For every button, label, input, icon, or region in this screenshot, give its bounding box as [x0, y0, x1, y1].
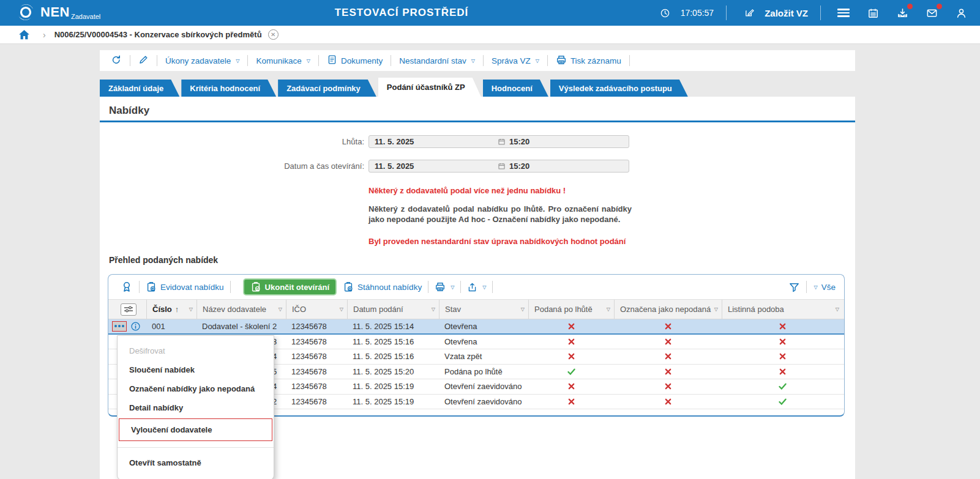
cell-oznacena-nepodana: [614, 323, 722, 330]
divider: [130, 55, 130, 66]
download-offers-button[interactable]: Stáhnout nabídky: [343, 281, 422, 292]
cell-ico: 12345678: [286, 352, 347, 361]
notification-badge: [937, 4, 942, 9]
date-value: 11. 5. 2025: [369, 137, 414, 146]
close-icon[interactable]: ✕: [268, 29, 279, 40]
datetime-input[interactable]: 11. 5. 202515:20: [368, 160, 629, 173]
row-menu-icon[interactable]: [112, 321, 127, 332]
tab-zad-vac-podm-nky[interactable]: Zadávací podmínky: [278, 80, 376, 97]
action-label: Správa VZ: [492, 56, 531, 65]
cell-listinna-podoba: [722, 353, 843, 360]
export-button[interactable]: ▽: [467, 282, 486, 292]
clock: 17:05:57: [655, 6, 714, 20]
home-icon[interactable]: [17, 28, 31, 42]
breadcrumb-item[interactable]: N006/25/V00004543 - Konzervace sbírkovýc…: [54, 30, 262, 39]
cross-icon: [779, 338, 786, 345]
cell-podana-po-lhute: [528, 353, 614, 360]
divider: [806, 281, 807, 293]
cross-icon: [665, 323, 671, 330]
column-header-ičo[interactable]: IČO▽: [286, 300, 347, 319]
caret-down-icon: ▽: [236, 58, 239, 64]
cell-oznacena-nepodana: [614, 338, 722, 345]
menu-separator: [118, 447, 274, 448]
caret-down-icon[interactable]: ▽: [521, 306, 525, 312]
column-header-podaná-po-lhůtě[interactable]: Podaná po lhůtě▽: [528, 300, 614, 319]
menu-item-vylou-en-dodavatele[interactable]: Vyloučení dodavatele: [119, 420, 272, 439]
time-value: 15:20: [509, 137, 529, 146]
action-tisk-z-znamu[interactable]: Tisk záznamu: [553, 54, 624, 67]
mail-icon[interactable]: [924, 6, 939, 20]
time-value: 15:20: [509, 162, 529, 171]
cell-stav: Podána po lhůtě: [439, 367, 528, 376]
cell-datum-podani: 11. 5. 2025 15:16: [347, 352, 439, 361]
record-offer-button[interactable]: Evidovat nabídku: [146, 281, 224, 292]
filter-all-dropdown[interactable]: ▽Vše: [813, 283, 836, 292]
caret-down-icon[interactable]: ▽: [714, 306, 718, 312]
column-header-název-dodavatele[interactable]: Název dodavatele▽: [196, 300, 286, 319]
column-header-číslo[interactable]: Číslo↑▽: [146, 300, 196, 319]
datetime-input[interactable]: 11. 5. 202515:20: [368, 135, 629, 148]
current-time: 17:05:57: [681, 8, 714, 18]
compose-icon: [742, 6, 757, 20]
grid-title: Přehled podaných nabídek: [109, 255, 218, 265]
action-spr-va-vz[interactable]: Správa VZ▽: [489, 56, 542, 65]
action-label: Dokumenty: [341, 56, 383, 65]
action-edit[interactable]: [136, 54, 151, 67]
action-nestandardn-stav[interactable]: Nestandardní stav▽: [397, 56, 477, 65]
column-header-listinná-podoba[interactable]: Listinná podoba▽: [722, 300, 843, 319]
menu-item-ozna-en-nab-dky-jako-nepodan-[interactable]: Označení nabídky jako nepodaná: [118, 379, 274, 398]
action-refresh[interactable]: [108, 54, 124, 67]
caret-down-icon[interactable]: ▽: [189, 306, 193, 312]
action-komunikace[interactable]: Komunikace▽: [253, 56, 312, 65]
caret-down-icon: ▽: [482, 284, 486, 290]
cell-podana-po-lhute: [528, 323, 614, 330]
divider: [483, 55, 484, 66]
inbox-download-icon[interactable]: [895, 6, 910, 20]
info-icon[interactable]: [130, 321, 141, 332]
action--kony-zadavatele[interactable]: Úkony zadavatele▽: [163, 56, 242, 65]
caret-down-icon[interactable]: ▽: [607, 306, 610, 312]
menu-item-slou-en-nab-dek[interactable]: Sloučení nabídek: [118, 360, 274, 379]
column-header-označena-jako-nepodaná[interactable]: Označena jako nepodaná▽: [614, 300, 722, 319]
filter-all-label: Vše: [821, 283, 836, 292]
menu-item-detail-nab-dky[interactable]: Detail nabídky: [118, 398, 274, 417]
filter-icon[interactable]: [788, 281, 800, 293]
tab-z-kladn-daje[interactable]: Základní údaje: [100, 80, 179, 97]
create-vz-button[interactable]: Založit VZ: [739, 6, 808, 20]
cell-podana-po-lhute: [528, 398, 614, 405]
nen-logo[interactable]: NEN Zadavatel: [16, 2, 100, 22]
tab-v-sledek-zad-vac-ho-postupu[interactable]: Výsledek zadávacího postupu: [550, 80, 688, 97]
award-icon[interactable]: [121, 281, 133, 293]
column-label: Listinná podoba: [728, 305, 784, 314]
row-actions-cell: [108, 321, 146, 332]
caret-down-icon[interactable]: ▽: [432, 306, 435, 312]
user-icon[interactable]: [954, 6, 968, 20]
column-header-stav[interactable]: Stav▽: [439, 300, 528, 319]
info-late-offer: Některý z dodavatelů podal nabídku po lh…: [368, 204, 632, 225]
tab-hodnocen-[interactable]: Hodnocení: [483, 80, 548, 97]
divider: [247, 55, 248, 66]
column-settings-icon[interactable]: [121, 303, 137, 316]
warning-nonstandard-state: Byl proveden nestandardní stav úprava na…: [368, 236, 632, 247]
nen-logo-icon: [16, 2, 36, 22]
tab-krit-ria-hodnocen-[interactable]: Kritéria hodnocení: [181, 80, 276, 97]
caret-down-icon[interactable]: ▽: [340, 306, 343, 312]
caret-down-icon[interactable]: ▽: [836, 306, 839, 312]
print-button[interactable]: ▽: [435, 281, 454, 292]
end-opening-button[interactable]: Ukončit otevírání: [243, 278, 337, 295]
divider: [460, 281, 461, 293]
calendar-icon[interactable]: [866, 6, 880, 20]
cell-cislo: 001: [146, 322, 196, 331]
cell-stav: Otevření zaevidováno: [439, 382, 528, 391]
menu-item-otev-t-samostatn-[interactable]: Otevřít samostatně: [118, 453, 274, 472]
action-dokumenty[interactable]: Dokumenty: [324, 54, 385, 67]
column-header-datum-podání[interactable]: Datum podání▽: [347, 300, 439, 319]
caret-down-icon[interactable]: ▽: [279, 306, 282, 312]
table-row[interactable]: 001Dodavatel - školení 21234567811. 5. 2…: [108, 319, 844, 335]
field-label: Datum a čas otevírání:: [284, 162, 364, 171]
cell-podana-po-lhute: [528, 368, 614, 375]
cell-podana-po-lhute: [528, 383, 614, 390]
column-label: Datum podání: [353, 305, 403, 314]
hamburger-menu-icon[interactable]: [836, 6, 851, 20]
tab-pod-n-astn-k-zp[interactable]: Podání účastníků ZP: [378, 78, 481, 97]
